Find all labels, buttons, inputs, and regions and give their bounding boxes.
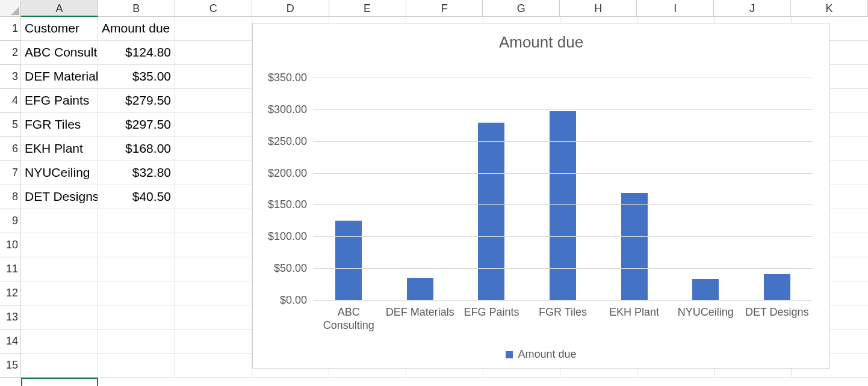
chart-bar[interactable]	[478, 123, 504, 300]
cell-A8[interactable]: DET Designs	[21, 185, 98, 209]
cell-A2[interactable]: ABC Consulting	[21, 41, 98, 65]
chart-gridline	[313, 300, 813, 301]
cell-A1[interactable]: Customer	[21, 17, 98, 41]
row-header-15[interactable]: 15	[0, 354, 21, 378]
column-header-F[interactable]: F	[406, 0, 483, 17]
chart-bar-slot	[670, 78, 742, 300]
chart-x-label: EKH Plant	[598, 303, 670, 332]
row-header-6[interactable]: 6	[0, 137, 21, 161]
chart-x-label: ABC Consulting	[313, 303, 385, 332]
column-header-C[interactable]: C	[175, 0, 252, 17]
cell-B1[interactable]: Amount due	[98, 17, 175, 41]
cell-A3[interactable]: DEF Materials	[21, 65, 98, 89]
cell-A15[interactable]	[21, 354, 98, 378]
cell-B2[interactable]: $124.80	[98, 41, 175, 65]
chart-y-tick: $50.00	[274, 262, 307, 275]
chart-y-tick: $150.00	[268, 198, 307, 211]
row-header-12[interactable]: 12	[0, 281, 21, 305]
row-header-13[interactable]: 13	[0, 305, 21, 329]
chart-y-tick: $200.00	[268, 167, 307, 179]
cell-C2[interactable]	[175, 41, 252, 65]
row-header-5[interactable]: 5	[0, 113, 21, 137]
cell-C5[interactable]	[175, 113, 252, 137]
cell-A9[interactable]	[21, 209, 98, 233]
cell-C8[interactable]	[175, 185, 252, 209]
cell-B7[interactable]: $32.80	[98, 161, 175, 185]
chart-y-tick: $300.00	[268, 103, 307, 115]
cell-B4[interactable]: $279.50	[98, 89, 175, 113]
cell-B10[interactable]	[98, 233, 175, 257]
chart-bar[interactable]	[621, 193, 648, 300]
column-headers: ABCDEFGHIJK	[0, 0, 868, 17]
row-header-8[interactable]: 8	[0, 185, 21, 209]
cell-B6[interactable]: $168.00	[98, 137, 175, 161]
column-header-K[interactable]: K	[791, 0, 868, 17]
cell-A7[interactable]: NYUCeiling	[21, 161, 98, 185]
chart-bar[interactable]	[550, 111, 576, 301]
chart-bar-slot	[456, 78, 527, 300]
cell-C14[interactable]	[175, 329, 252, 354]
chart-bar[interactable]	[407, 278, 433, 300]
chart-y-tick: $250.00	[268, 135, 307, 147]
column-header-I[interactable]: I	[637, 0, 714, 17]
cell-A5[interactable]: FGR Tiles	[21, 113, 98, 137]
chart-bar[interactable]	[692, 279, 719, 300]
column-header-B[interactable]: B	[98, 0, 175, 17]
cell-A6[interactable]: EKH Plant	[21, 137, 98, 161]
chart-gridline	[313, 109, 813, 110]
cell-C13[interactable]	[175, 305, 252, 329]
row-header-2[interactable]: 2	[0, 41, 21, 65]
cell-A11[interactable]	[21, 257, 98, 281]
active-cell-outline	[21, 378, 98, 386]
cell-B11[interactable]	[98, 257, 175, 281]
cell-B9[interactable]	[98, 209, 175, 233]
column-header-J[interactable]: J	[714, 0, 791, 17]
cell-B12[interactable]	[98, 281, 175, 305]
column-header-G[interactable]: G	[483, 0, 560, 17]
cell-B15[interactable]	[98, 354, 175, 378]
row-header-11[interactable]: 11	[0, 257, 21, 281]
cell-B13[interactable]	[98, 305, 175, 329]
cell-A4[interactable]: EFG Paints	[21, 89, 98, 113]
cell-C9[interactable]	[175, 209, 252, 233]
cell-B5[interactable]: $297.50	[98, 113, 175, 137]
row-header-10[interactable]: 10	[0, 233, 21, 257]
cell-C15[interactable]	[175, 354, 252, 378]
cell-B14[interactable]	[98, 329, 175, 354]
chart-title: Amount due	[253, 23, 829, 58]
row-header-14[interactable]: 14	[0, 329, 21, 354]
column-header-A[interactable]: A	[21, 0, 98, 17]
chart-x-label: NYUCeiling	[670, 303, 742, 332]
chart-bar-slot	[313, 78, 385, 300]
chart-x-labels: ABC ConsultingDEF MaterialsEFG PaintsFGR…	[313, 303, 813, 332]
chart-x-label: EFG Paints	[456, 303, 527, 332]
cell-C6[interactable]	[175, 137, 252, 161]
cell-C12[interactable]	[175, 281, 252, 305]
cell-A12[interactable]	[21, 281, 98, 305]
row-header-4[interactable]: 4	[0, 89, 21, 113]
cell-C11[interactable]	[175, 257, 252, 281]
chart-legend: Amount due	[253, 348, 829, 361]
column-header-E[interactable]: E	[329, 0, 406, 17]
row-header-9[interactable]: 9	[0, 209, 21, 233]
row-header-3[interactable]: 3	[0, 65, 21, 89]
cell-B3[interactable]: $35.00	[98, 65, 175, 89]
row-header-1[interactable]: 1	[0, 17, 21, 41]
chart-container[interactable]: Amount due $0.00$50.00$100.00$150.00$200…	[252, 23, 830, 369]
column-header-D[interactable]: D	[252, 0, 329, 17]
cell-A13[interactable]	[21, 305, 98, 329]
cell-C1[interactable]	[175, 17, 252, 41]
chart-bar[interactable]	[335, 221, 362, 300]
column-header-H[interactable]: H	[560, 0, 637, 17]
cell-C4[interactable]	[175, 89, 252, 113]
row-header-7[interactable]: 7	[0, 161, 21, 185]
chart-x-label: DEF Materials	[385, 303, 456, 332]
cell-A14[interactable]	[21, 329, 98, 354]
cell-C7[interactable]	[175, 161, 252, 185]
cell-B8[interactable]: $40.50	[98, 185, 175, 209]
cell-A10[interactable]	[21, 233, 98, 257]
chart-bar[interactable]	[764, 274, 790, 300]
cell-C10[interactable]	[175, 233, 252, 257]
select-all-corner[interactable]	[0, 0, 21, 17]
cell-C3[interactable]	[175, 65, 252, 89]
